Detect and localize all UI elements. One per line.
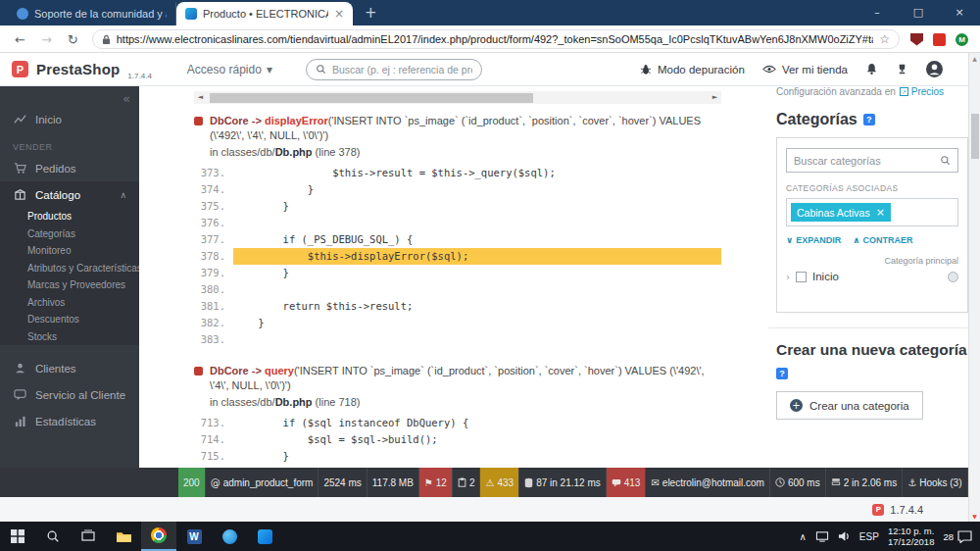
window-close-button[interactable]: × bbox=[939, 0, 980, 25]
language-indicator[interactable]: ESP bbox=[859, 531, 879, 542]
sidebar-item-label: Estadísticas bbox=[35, 416, 96, 427]
category-tree-item[interactable]: › Inicio bbox=[786, 271, 958, 282]
start-button[interactable] bbox=[0, 522, 35, 551]
profiler-cache[interactable]: 2 in 2.06 ms bbox=[826, 468, 903, 497]
bell-icon[interactable] bbox=[865, 63, 878, 75]
scroll-right-icon[interactable]: ► bbox=[709, 91, 721, 104]
trophy-icon[interactable] bbox=[896, 63, 908, 75]
file-explorer-icon[interactable] bbox=[106, 522, 141, 551]
admin-search[interactable] bbox=[306, 59, 482, 80]
scrollbar-thumb[interactable] bbox=[210, 93, 533, 103]
quick-access-menu[interactable]: Acceso rápido ▾ bbox=[187, 63, 272, 76]
url-bar[interactable]: https://www.electronicaslinares.com/tien… bbox=[92, 29, 900, 49]
main-category-radio[interactable] bbox=[948, 272, 958, 282]
profiler-mailer[interactable]: ✉ electrolin@hotmail.com bbox=[646, 468, 769, 497]
sidebar-item-clientes[interactable]: Clientes bbox=[0, 355, 139, 381]
avatar[interactable] bbox=[926, 61, 943, 77]
taskbar-clock[interactable]: 12:10 p. m. 17/12/2018 bbox=[888, 526, 935, 547]
collapse-link[interactable]: ∧ CONTRAER bbox=[853, 235, 912, 245]
sidebar-subitem-atributos[interactable]: Atributos y Características bbox=[0, 260, 139, 277]
screen: Soporte de la comunidad y ayud Producto … bbox=[0, 0, 980, 551]
display-icon[interactable] bbox=[815, 530, 829, 542]
app-taskbar-icon-2[interactable] bbox=[247, 522, 282, 551]
debug-mode-indicator[interactable]: Modo depuración bbox=[640, 64, 745, 75]
sidebar-subitem-stocks[interactable]: Stocks bbox=[0, 328, 139, 346]
code-line: 380. bbox=[194, 281, 721, 298]
view-shop-link[interactable]: Ver mi tienda bbox=[762, 64, 848, 75]
app-taskbar-icon-1[interactable] bbox=[212, 522, 247, 551]
extension-m-icon[interactable]: M bbox=[956, 33, 968, 46]
quick-access-label: Acceso rápido bbox=[187, 63, 262, 76]
chip-remove-icon[interactable]: × bbox=[876, 206, 885, 219]
taskbar-search-icon[interactable] bbox=[35, 522, 71, 551]
scroll-left-icon[interactable]: ◄ bbox=[194, 91, 207, 104]
sidebar-item-estadisticas[interactable]: Estadísticas bbox=[0, 408, 139, 434]
chevron-down-icon: ∨ bbox=[786, 235, 793, 245]
word-taskbar-icon[interactable]: W bbox=[176, 522, 212, 551]
category-tags-field[interactable]: Cabinas Activas × bbox=[786, 198, 958, 226]
browser-tab-active[interactable]: Producto • ELECTRONICAS LINA × bbox=[176, 2, 353, 25]
browser-tab-inactive[interactable]: Soporte de la comunidad y ayud bbox=[8, 2, 176, 25]
profiler-deprecations[interactable]: ⚠ 433 bbox=[480, 468, 519, 497]
profiler-ajax[interactable]: 600 ms bbox=[770, 468, 826, 497]
notification-count: 28 bbox=[943, 531, 954, 542]
create-category-button[interactable]: + Crear una categoria bbox=[776, 391, 923, 420]
horizontal-scrollbar[interactable]: ◄ ► bbox=[194, 91, 721, 104]
chrome-taskbar-icon[interactable] bbox=[141, 522, 176, 551]
profiler-route[interactable]: @ admin_product_form bbox=[206, 468, 319, 497]
profiler-status[interactable]: 200 bbox=[178, 468, 206, 497]
precios-link[interactable]: ↗ Precios bbox=[900, 86, 944, 97]
profiler-memory[interactable]: 117.8 MB bbox=[368, 468, 419, 497]
associated-categories-label: CATEGORÍAS ASOCIADAS bbox=[786, 183, 958, 193]
profiler-translations[interactable]: 413 bbox=[607, 468, 647, 497]
window-minimize-button[interactable]: – bbox=[857, 0, 898, 25]
scroll-down-icon[interactable]: ▼ bbox=[969, 513, 980, 520]
sidebar-item-catalogo[interactable]: Catálogo ∧ bbox=[0, 181, 139, 208]
chevron-right-icon[interactable]: › bbox=[786, 272, 790, 282]
code-line: 374. } bbox=[194, 181, 721, 198]
profiler-db-queries[interactable]: 87 in 21.12 ms bbox=[519, 468, 607, 497]
sidebar-subitem-productos[interactable]: Productos bbox=[0, 208, 139, 225]
extension-pdf-icon[interactable] bbox=[933, 33, 946, 46]
profiler-exceptions[interactable]: ⚑ 12 bbox=[419, 468, 453, 497]
sidebar-subitem-categorias[interactable]: Categorías bbox=[0, 225, 139, 243]
category-search-input[interactable] bbox=[794, 155, 934, 167]
expand-link[interactable]: ∨ EXPANDIR bbox=[786, 235, 841, 245]
category-checkbox[interactable] bbox=[796, 272, 807, 282]
profiler-forms[interactable]: 2 bbox=[453, 468, 481, 497]
profiler-time[interactable]: 2524 ms bbox=[318, 468, 367, 497]
vertical-scrollbar[interactable]: ▲ ▼ bbox=[968, 53, 980, 522]
sidebar-subitem-monitoreo[interactable]: Monitoreo bbox=[0, 242, 139, 260]
help-icon[interactable]: ? bbox=[863, 114, 875, 125]
sidebar-collapse-icon[interactable]: « bbox=[0, 89, 139, 106]
profiler-toolbar: 200 @ admin_product_form 2524 ms 117.8 M… bbox=[0, 468, 980, 497]
sidebar-item-label: Pedidos bbox=[35, 163, 76, 175]
forward-icon[interactable]: → bbox=[34, 32, 59, 47]
sidebar-item-inicio[interactable]: Inicio bbox=[0, 106, 139, 132]
debug-title: DbCore -> displayError('INSERT INTO `ps_… bbox=[194, 114, 721, 143]
sidebar-subitem-descuentos[interactable]: Descuentos bbox=[0, 311, 139, 328]
flag-icon: ⚑ bbox=[424, 477, 433, 488]
sidebar-item-servicio[interactable]: Servicio al Cliente bbox=[0, 381, 139, 408]
window-maximize-button[interactable]: □ bbox=[898, 0, 939, 25]
extension-shield-icon[interactable] bbox=[910, 33, 923, 46]
prestashop-logo-icon: P bbox=[12, 61, 28, 77]
task-view-icon[interactable] bbox=[71, 522, 106, 551]
sidebar-item-pedidos[interactable]: Pedidos bbox=[0, 155, 139, 181]
profiler-hooks[interactable]: ⚓ Hooks (3) bbox=[903, 468, 967, 497]
scrollbar-thumb[interactable] bbox=[971, 114, 979, 159]
category-search[interactable] bbox=[786, 148, 958, 173]
sidebar-subitem-marcas[interactable]: Marcas y Proveedores bbox=[0, 276, 139, 294]
volume-icon[interactable] bbox=[838, 530, 851, 542]
back-icon[interactable]: ← bbox=[8, 32, 32, 47]
bookmark-star-icon[interactable]: ☆ bbox=[879, 32, 890, 46]
sidebar-subitem-archivos[interactable]: Archivos bbox=[0, 294, 139, 312]
help-icon[interactable]: ? bbox=[776, 368, 788, 379]
tab-close-icon[interactable]: × bbox=[334, 7, 344, 21]
admin-search-input[interactable] bbox=[332, 64, 472, 75]
reload-icon[interactable]: ↻ bbox=[61, 32, 85, 47]
scroll-up-icon[interactable]: ▲ bbox=[969, 55, 980, 62]
action-center[interactable]: 28 bbox=[943, 530, 972, 543]
new-tab-button[interactable]: + bbox=[353, 4, 389, 22]
tray-expand-icon[interactable]: ∧ bbox=[800, 531, 807, 542]
